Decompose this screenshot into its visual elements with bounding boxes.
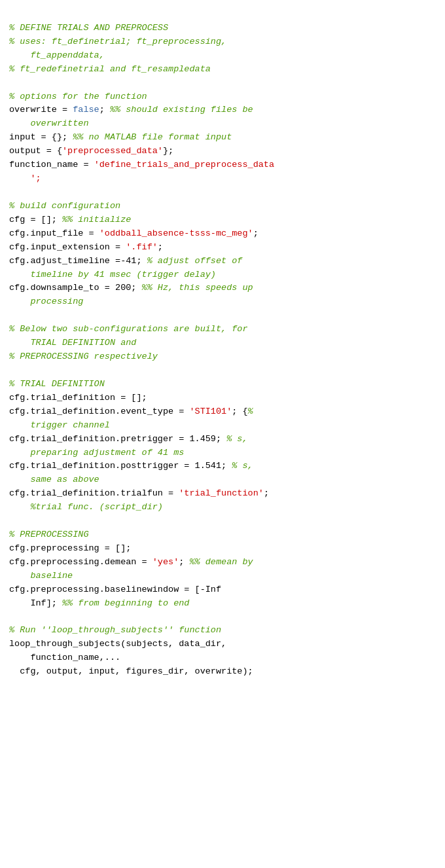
- code-token-comment: % ft_redefinetrial and ft_resampledata: [9, 64, 211, 74]
- code-line: [9, 611, 436, 624]
- code-line: % Below two sub-configurations are built…: [9, 323, 436, 336]
- code-line: loop_through_subjects(subjects, data_dir…: [9, 638, 436, 651]
- code-token-inline-comment: same as above: [9, 475, 99, 484]
- code-token-string: 'oddball_absence-tsss-mc_meg': [99, 228, 253, 238]
- code-token-inline-comment: processing: [9, 297, 83, 306]
- code-token-comment: TRIAL DEFINITION and: [9, 338, 136, 348]
- code-token-inline-comment: %: [248, 407, 253, 416]
- code-line: baseline: [9, 570, 436, 583]
- code-line: [9, 515, 436, 528]
- code-token-normal: function_name =: [9, 160, 94, 170]
- code-line: %trial func. (script_dir): [9, 501, 436, 515]
- code-token-comment: % Run ''loop_through_subjects'' function: [9, 625, 221, 635]
- code-token-normal: ;: [99, 105, 110, 115]
- code-token-normal: ;: [179, 557, 189, 567]
- code-line: [9, 309, 436, 323]
- code-line: overwritten: [9, 117, 436, 131]
- code-line: cfg.preprocessing.baselinewindow = [-Inf: [9, 583, 436, 597]
- code-token-normal: ; {: [232, 407, 247, 416]
- code-token-inline-comment: preparing adjustment of 41 ms: [9, 448, 184, 458]
- code-token-normal: cfg.input_file =: [9, 228, 99, 238]
- code-line: % ft_redefinetrial and ft_resampledata: [9, 63, 436, 77]
- code-line: cfg = []; %% initialize: [9, 213, 436, 227]
- code-token-inline-comment: % adjust offset of: [147, 256, 243, 266]
- code-line: preparing adjustment of 41 ms: [9, 446, 436, 460]
- code-line: ';: [9, 172, 436, 186]
- code-token-inline-comment: %% no MATLAB file format input: [73, 132, 232, 142]
- code-editor: % DEFINE TRIALS AND PREPROCESS% uses: ft…: [9, 8, 436, 679]
- code-token-normal: cfg.trial_definition.pretrigger = 1.459;: [9, 434, 226, 444]
- code-line: TRIAL DEFINITION and: [9, 336, 436, 350]
- code-line: cfg.trial_definition.pretrigger = 1.459;…: [9, 433, 436, 446]
- code-token-normal: cfg = [];: [9, 215, 62, 225]
- code-token-normal: loop_through_subjects(subjects, data_dir…: [9, 639, 226, 649]
- code-token-normal: ;: [264, 488, 269, 498]
- code-token-inline-comment: trigger channel: [9, 420, 110, 430]
- code-line: [9, 186, 436, 200]
- code-token-normal: output = {: [9, 146, 62, 156]
- code-token-normal: cfg.trial_definition.event_type =: [9, 407, 189, 416]
- code-line: cfg.adjust_timeline =-41; % adjust offse…: [9, 255, 436, 268]
- code-token-string: ';: [9, 173, 41, 183]
- code-token-inline-comment: %trial func. (script_dir): [9, 502, 163, 512]
- code-line: function_name,...: [9, 651, 436, 665]
- code-token-normal: };: [163, 146, 173, 156]
- code-token-normal: function_name,...: [9, 653, 120, 662]
- code-line: % Run ''loop_through_subjects'' function: [9, 624, 436, 638]
- code-line: cfg, output, input, figures_dir, overwri…: [9, 665, 436, 679]
- code-token-normal: ;: [253, 228, 258, 238]
- code-line: function_name = 'define_trials_and_prepr…: [9, 158, 436, 172]
- code-token-normal: cfg, output, input, figures_dir, overwri…: [9, 666, 253, 676]
- code-token-normal: cfg.adjust_timeline =-41;: [9, 256, 147, 266]
- code-token-normal: cfg.trial_definition.trialfun =: [9, 488, 179, 498]
- code-line: % TRIAL DEFINITION: [9, 378, 436, 391]
- code-token-keyword: false: [73, 105, 99, 115]
- code-token-comment: % options for the function: [9, 92, 147, 101]
- code-line: cfg.preprocessing = [];: [9, 542, 436, 556]
- code-line: % build configuration: [9, 200, 436, 213]
- code-line: trigger channel: [9, 419, 436, 433]
- code-line: Inf]; %% from beginning to end: [9, 597, 436, 611]
- code-token-comment: % uses: ft_definetrial; ft_preprocessing…: [9, 37, 226, 46]
- code-token-normal: input = {};: [9, 132, 73, 142]
- code-token-string: 'STI101': [189, 407, 232, 416]
- code-token-inline-comment: %% demean by: [189, 557, 253, 567]
- code-line: % PREPROCESSING respectively: [9, 350, 436, 364]
- code-line: % PREPROCESSING: [9, 528, 436, 542]
- code-token-comment: % build configuration: [9, 201, 120, 211]
- code-token-comment: % TRIAL DEFINITION: [9, 379, 105, 389]
- code-token-inline-comment: baseline: [9, 571, 73, 581]
- code-line: ft_appenddata,: [9, 49, 436, 63]
- code-line: % DEFINE TRIALS AND PREPROCESS: [9, 22, 436, 35]
- code-token-string: 'trial_function': [179, 488, 264, 498]
- code-token-normal: Inf];: [9, 598, 62, 608]
- code-token-string: 'preprocessed_data': [62, 146, 163, 156]
- code-token-inline-comment: %% Hz, this speeds up: [142, 283, 253, 293]
- code-line: processing: [9, 295, 436, 309]
- code-line: cfg.trial_definition.trialfun = 'trial_f…: [9, 487, 436, 501]
- code-line: same as above: [9, 473, 436, 487]
- code-token-normal: cfg.preprocessing.demean =: [9, 557, 152, 567]
- code-token-comment: % PREPROCESSING: [9, 530, 89, 539]
- code-token-normal: cfg.input_extension =: [9, 242, 126, 252]
- code-token-normal: cfg.trial_definition.posttrigger = 1.541…: [9, 461, 232, 471]
- code-token-comment: % PREPROCESSING respectively: [9, 352, 158, 361]
- code-token-string: '.fif': [126, 242, 158, 252]
- code-token-comment: % Below two sub-configurations are built…: [9, 324, 248, 334]
- code-line: % options for the function: [9, 90, 436, 104]
- code-token-string: 'yes': [152, 557, 179, 567]
- code-line: cfg.input_file = 'oddball_absence-tsss-m…: [9, 227, 436, 241]
- code-line: output = {'preprocessed_data'};: [9, 145, 436, 158]
- code-token-comment: % DEFINE TRIALS AND PREPROCESS: [9, 23, 168, 33]
- code-token-inline-comment: % s,: [232, 461, 253, 471]
- code-token-normal: overwrite =: [9, 105, 73, 115]
- code-token-inline-comment: %% from beginning to end: [62, 598, 189, 608]
- code-token-normal: cfg.trial_definition = [];: [9, 393, 147, 403]
- code-token-inline-comment: % s,: [226, 434, 247, 444]
- code-token-normal: ;: [158, 242, 163, 252]
- code-token-inline-comment: %% should existing files be: [110, 105, 253, 115]
- code-token-inline-comment: timeline by 41 msec (trigger delay): [9, 270, 216, 280]
- code-line: [9, 364, 436, 378]
- code-token-inline-comment: overwritten: [9, 118, 89, 128]
- code-line: cfg.trial_definition = [];: [9, 391, 436, 405]
